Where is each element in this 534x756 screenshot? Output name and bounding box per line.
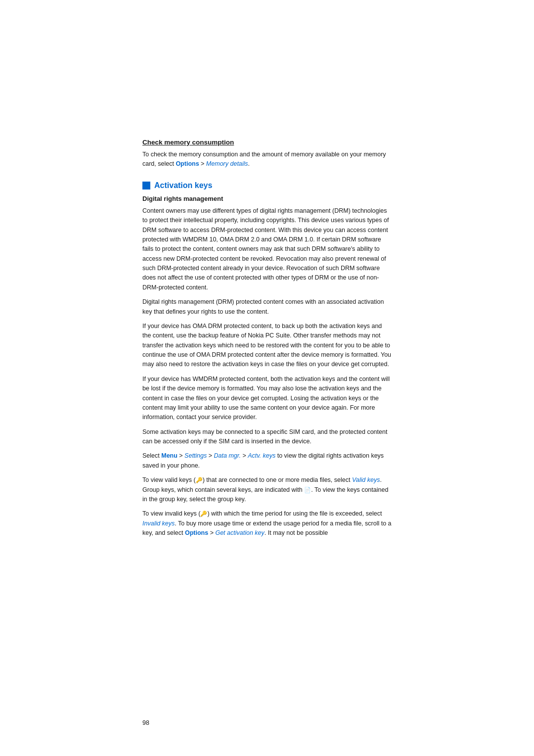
settings-link[interactable]: Settings [184,452,207,459]
para7-mid: ) that are connected to one or more medi… [203,476,352,483]
check-memory-body: To check the memory consumption and the … [142,150,392,169]
para8-arrow: > [208,529,215,536]
options-link-get[interactable]: Options [185,529,208,536]
invalid-keys-link[interactable]: Invalid keys [142,520,175,527]
page-number: 98 [142,719,149,726]
blue-square-icon [142,182,150,189]
get-activation-key-link[interactable]: Get activation key [215,529,264,536]
drm-para7: To view valid keys (🔑) that are connecte… [142,475,392,504]
page-container: Check memory consumption To check the me… [0,0,534,756]
arrow1: > [199,160,206,167]
para8-suffix2: . It may not be possible [265,529,328,536]
check-memory-heading: Check memory consumption [142,139,392,146]
valid-keys-link[interactable]: Valid keys [352,476,380,483]
menu-link[interactable]: Menu [161,452,178,459]
invalid-key-icon: 🔑 [200,510,207,518]
drm-para2: Digital rights management (DRM) protecte… [142,297,392,317]
group-key-icon: 📄 [304,486,311,494]
para6-arrow3: > [241,452,248,459]
memory-details-link[interactable]: Memory details [206,160,248,167]
drm-para3: If your device has OMA DRM protected con… [142,322,392,370]
para6-arrow1: > [178,452,184,459]
datamgr-link[interactable]: Data mgr. [214,452,241,459]
actvkeys-link[interactable]: Actv. keys [248,452,275,459]
digital-rights-subheading: Digital rights management [142,195,392,202]
drm-para6: Select Menu > Settings > Data mgr. > Act… [142,451,392,471]
drm-para1: Content owners may use different types o… [142,206,392,292]
activation-keys-header: Activation keys [142,181,392,190]
drm-para5: Some activation keys may be connected to… [142,427,392,447]
drm-para8: To view invalid keys (🔑) with which the … [142,509,392,538]
options-link-memory[interactable]: Options [176,160,199,167]
para6-prefix: Select [142,452,161,459]
para6-arrow2: > [207,452,214,459]
activation-keys-section: Activation keys Digital rights managemen… [142,181,392,538]
drm-para4: If your device has WMDRM protected conte… [142,375,392,423]
para8-mid: ) with which the time period for using t… [207,510,382,517]
para8-prefix: To view invalid keys ( [142,510,200,517]
activation-keys-title: Activation keys [154,181,212,190]
para7-prefix: To view valid keys ( [142,476,196,483]
check-memory-section: Check memory consumption To check the me… [142,139,392,169]
valid-key-icon: 🔑 [196,476,203,484]
